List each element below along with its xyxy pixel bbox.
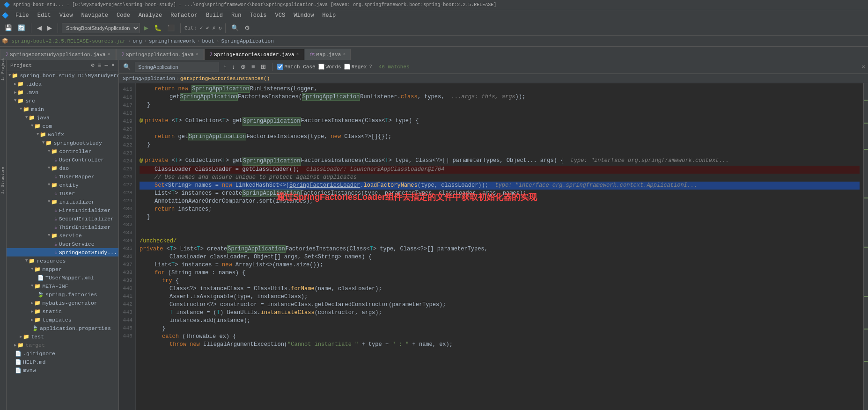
tree-wolfx[interactable]: ▼ 📁 wolfx <box>7 130 118 139</box>
menu-file[interactable]: File <box>12 11 33 20</box>
tree-entity[interactable]: ▼ 📁 entity <box>7 181 118 189</box>
tree-springbootstudy[interactable]: ▼ 📁 springbootstudy <box>7 139 118 147</box>
code-line-425: // Use names and ensure unique to protec… <box>140 174 860 182</box>
regex-checkbox[interactable] <box>344 64 350 70</box>
words-checkbox[interactable] <box>318 64 324 70</box>
tab-close2[interactable]: × <box>196 52 199 57</box>
search-filter-btn[interactable]: ⊕ <box>239 63 247 71</box>
menu-vcs[interactable]: VCS <box>272 11 289 20</box>
tree-main[interactable]: ▼ 📁 main <box>7 105 118 113</box>
breadcrumb-boot[interactable]: boot <box>202 38 214 44</box>
menu-help[interactable]: Help <box>318 11 339 20</box>
menu-code[interactable]: Code <box>113 11 134 20</box>
menu-tools[interactable]: Tools <box>246 11 271 20</box>
tree-tusermapperxml[interactable]: 📄 TUserMapper.xml <box>7 273 118 282</box>
search-prev-btn[interactable]: ↑ <box>222 63 228 71</box>
search-extra-btn[interactable]: ⊞ <box>259 63 267 71</box>
gutter-match-1 <box>864 100 868 101</box>
tree-controller[interactable]: ▼ 📁 controller <box>7 147 118 155</box>
tab-springapplication[interactable]: J SpringApplication.java × <box>116 49 204 60</box>
tab-close[interactable]: × <box>108 52 110 57</box>
tree-static[interactable]: ▶ 📁 static <box>7 307 118 315</box>
toolbar-forward[interactable]: ▶ <box>45 23 54 32</box>
tree-helpmd[interactable]: 📄 HELP.md <box>7 358 118 366</box>
tree-thirdinit[interactable]: ☕ ThirdInitializer <box>7 223 118 231</box>
tree-templates[interactable]: ▶ 📁 templates <box>7 315 118 324</box>
regex-label[interactable]: Regex ? <box>344 64 372 70</box>
tree-metainf[interactable]: ▼ 📁 META-INF <box>7 282 118 290</box>
search-input[interactable] <box>135 62 219 72</box>
tree-test[interactable]: ▶ 📁 test <box>7 332 118 341</box>
code-line-436: List<T> instances = new ArrayList<>(name… <box>140 261 860 269</box>
toolbar-debug[interactable]: 🐛 <box>152 23 163 32</box>
tree-target[interactable]: ▶ 📁 target <box>7 341 118 349</box>
tab-java-icon3: J <box>209 52 212 57</box>
tree-src[interactable]: ▼ 📁 src <box>7 96 118 105</box>
search-settings-btn[interactable]: ≡ <box>250 63 257 71</box>
tree-firstinit[interactable]: ☕ FirstInitializer <box>7 206 118 214</box>
tree-initializer[interactable]: ▼ 📁 initializer <box>7 198 118 206</box>
match-case-label[interactable]: Match Case <box>277 64 316 70</box>
tab-close4[interactable]: × <box>343 52 346 57</box>
regex-help: ? <box>369 64 372 69</box>
tree-mapper[interactable]: ▼ 📁 mapper <box>7 265 118 273</box>
menu-build[interactable]: Build <box>202 11 227 20</box>
toolbar-stop[interactable]: ⬛ <box>165 23 177 32</box>
tree-mybatis[interactable]: ▶ 📁 mybatis-generator <box>7 299 118 307</box>
menu-refactor[interactable]: Refactor <box>167 11 201 20</box>
toolbar-search[interactable]: 🔍 <box>229 23 241 32</box>
menu-run[interactable]: Run <box>228 11 245 20</box>
run-config-select[interactable]: SpringBootStudyApplication <box>62 23 140 33</box>
breadcrumb-springapp2[interactable]: SpringApplication <box>123 76 175 81</box>
tree-tuser[interactable]: ☕ TUser <box>7 189 118 198</box>
tree-java[interactable]: ▼ 📁 java <box>7 113 118 122</box>
tree-userservice[interactable]: ☕ UserService <box>7 240 118 248</box>
toolbar-sync[interactable]: 🔄 <box>16 23 27 32</box>
menu-window[interactable]: Window <box>290 11 317 20</box>
breadcrumb-jar[interactable]: 📦 spring-boot-2.2.5.RELEASE-sources.jar <box>2 38 126 44</box>
breadcrumb-springapp[interactable]: SpringApplication <box>221 38 274 44</box>
breadcrumb-method[interactable]: getSpringFactoriesInstances() <box>180 76 270 81</box>
tree-resources[interactable]: ▼ 📁 resources <box>7 256 118 265</box>
tree-mvn[interactable]: ▶ 📁 .mvn <box>7 88 118 96</box>
tree-secondinit[interactable]: ☕ SecondInitializer <box>7 214 118 223</box>
tree-root[interactable]: ▼ 📁 spring-boot-study D:\MyStudyProje... <box>7 71 118 80</box>
tree-dao[interactable]: ▼ 📁 dao <box>7 164 118 172</box>
tree-idea[interactable]: ▶ 📁 .idea <box>7 80 118 88</box>
tab-map[interactable]: 🗺 Map.java × <box>305 49 351 60</box>
words-text: Words <box>326 64 341 70</box>
toolbar-run[interactable]: ▶ <box>142 23 150 32</box>
tree-springfactories[interactable]: 🍃 spring.factories <box>7 290 118 299</box>
match-case-checkbox[interactable] <box>277 64 283 70</box>
menu-edit[interactable]: Edit <box>34 11 55 20</box>
search-next-btn[interactable]: ↓ <box>231 63 237 71</box>
tree-tusermapper[interactable]: ☕ TUserMapper <box>7 172 118 181</box>
tree-springbootstudyapp[interactable]: ☕ SpringBootStudy... <box>7 248 118 256</box>
side-structure-btn[interactable]: 2: Structure <box>0 175 6 194</box>
tab-springfactoriesloader[interactable]: J SpringFactoriesLoader.java × <box>204 49 304 60</box>
menu-view[interactable]: View <box>56 11 77 20</box>
breadcrumb-org[interactable]: org <box>132 38 142 44</box>
tree-service[interactable]: ▼ 📁 service <box>7 231 118 240</box>
toolbar-back[interactable]: ◀ <box>35 23 44 32</box>
search-close-btn[interactable]: × <box>861 63 865 70</box>
side-project-btn[interactable]: 1: Project <box>0 62 6 81</box>
toolbar-settings[interactable]: ⚙ <box>243 23 252 32</box>
tree-com[interactable]: ▼ 📁 com <box>7 122 118 130</box>
tree-gitignore[interactable]: 📄 .gitignore <box>7 349 118 358</box>
code-content[interactable]: return new SpringApplicationRunListeners… <box>136 83 863 410</box>
project-actions[interactable]: ⚙ ≡ — × <box>91 62 115 69</box>
menu-analyze[interactable]: Analyze <box>135 11 166 20</box>
tab-close3[interactable]: × <box>296 52 299 57</box>
title-text: spring-boot-stu... – [D:\MyStudyProject\… <box>13 2 496 7</box>
words-label[interactable]: Words <box>318 64 341 70</box>
git-label: Git: ✓ ✔ ✗ ↻ <box>184 25 221 31</box>
tab-springbootstudyapplication[interactable]: J SpringBootStudyApplication.java × <box>0 49 116 60</box>
toolbar-save[interactable]: 💾 <box>3 23 14 32</box>
menu-navigate[interactable]: Navigate <box>77 11 112 20</box>
tree-mvnw[interactable]: 📄 mvnw <box>7 366 118 374</box>
tree-appprops[interactable]: 🍃 application.properties <box>7 324 118 332</box>
tree-usercontroller[interactable]: ☕ UserController <box>7 155 118 164</box>
breadcrumb-springframework[interactable]: springframework <box>149 38 195 44</box>
search-find-icon[interactable]: 🔍 <box>122 63 132 71</box>
